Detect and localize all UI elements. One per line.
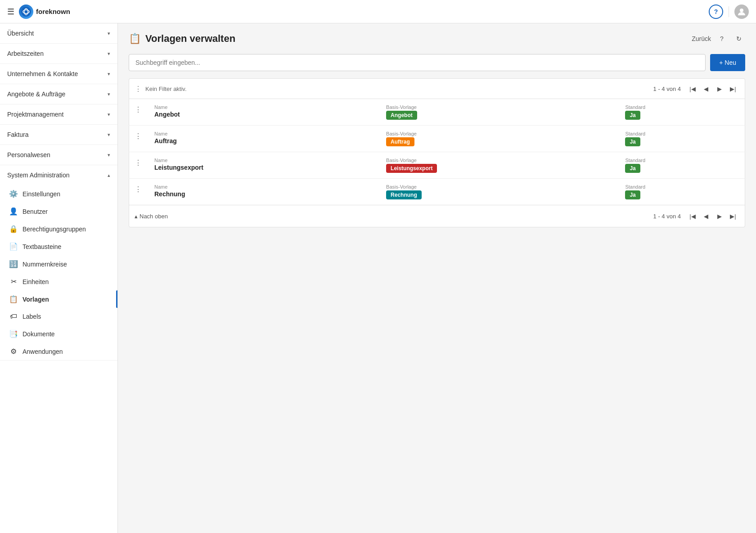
sidebar-section-header-ubersicht[interactable]: Übersicht ▾	[0, 23, 117, 43]
basisvorlage-cell-angebot: Basis-Vorlage Angebot	[379, 99, 618, 126]
help-icon-button[interactable]: ?	[709, 5, 723, 19]
sidebar-section-header-unternehmen[interactable]: Unternehmen & Kontakte ▾	[0, 64, 117, 84]
sidebar-section-label-faktura: Faktura	[7, 131, 28, 138]
sidebar-section-header-personalwesen[interactable]: Personalwesen ▾	[0, 145, 117, 165]
nav-left: ☰ foreknown	[7, 5, 70, 19]
sidebar-section-ubersicht: Übersicht ▾	[0, 23, 117, 44]
standard-cell-auftrag: Standard Ja	[618, 126, 745, 152]
sidebar-section-label-personalwesen: Personalwesen	[7, 151, 50, 158]
sidebar-item-labels[interactable]: 🏷 Labels	[0, 308, 117, 325]
hamburger-icon[interactable]: ☰	[7, 7, 14, 17]
label-icon: 🏷	[9, 312, 18, 321]
sidebar-item-dokumente[interactable]: 📑 Dokumente	[0, 325, 117, 343]
basisvorlage-label: Basis-Vorlage	[386, 158, 611, 163]
basisvorlage-badge-auftrag: Auftrag	[386, 137, 414, 146]
page-prev-button[interactable]: ◀	[700, 82, 712, 95]
table-row: ⋮ Name Leistungsexport Basis-Vorlage Lei…	[129, 152, 745, 179]
basisvorlage-cell-leistungsexport: Basis-Vorlage Leistungsexport	[379, 152, 618, 179]
standard-badge-rechnung: Ja	[625, 190, 640, 199]
page-last-button-bottom[interactable]: ▶|	[727, 210, 739, 222]
name-value-angebot: Angebot	[154, 111, 372, 118]
sidebar-section-label-unternehmen: Unternehmen & Kontakte	[7, 70, 78, 77]
sidebar-item-vorlagen[interactable]: 📋 Vorlagen	[0, 290, 117, 308]
page-next-button[interactable]: ▶	[713, 82, 726, 95]
row-menu-button[interactable]: ⋮	[133, 131, 144, 141]
back-to-top-button[interactable]: ▴ Nach oben	[135, 213, 168, 220]
basisvorlage-label: Basis-Vorlage	[386, 104, 611, 110]
top-navigation: ☰ foreknown ?	[0, 0, 756, 23]
sidebar-section-header-systemadmin[interactable]: System Administration ▴	[0, 165, 117, 185]
row-menu-button[interactable]: ⋮	[133, 184, 144, 194]
name-cell-auftrag: Name Auftrag	[147, 126, 379, 152]
chevron-down-icon: ▾	[108, 132, 110, 138]
new-button[interactable]: + Neu	[710, 54, 745, 71]
page-prev-button-bottom[interactable]: ◀	[700, 210, 712, 222]
standard-badge-auftrag: Ja	[625, 137, 640, 146]
page-first-button[interactable]: |◀	[686, 82, 699, 95]
clipboard-icon: 📋	[9, 295, 18, 303]
basisvorlage-label: Basis-Vorlage	[386, 131, 611, 136]
sidebar-item-label-labels: Labels	[22, 313, 110, 320]
row-menu-button[interactable]: ⋮	[133, 158, 144, 168]
user-avatar-button[interactable]	[734, 5, 749, 19]
sidebar-item-nummernkreise[interactable]: 🔢 Nummernkreise	[0, 255, 117, 273]
chevron-down-icon: ▾	[108, 112, 110, 117]
chevron-up-icon: ▴	[108, 172, 110, 178]
page-next-button-bottom[interactable]: ▶	[713, 210, 726, 222]
nav-right: ?	[709, 5, 749, 19]
sidebar-section-label-ubersicht: Übersicht	[7, 30, 34, 37]
sidebar-item-benutzer[interactable]: 👤 Benutzer	[0, 203, 117, 220]
standard-label: Standard	[625, 104, 738, 110]
sidebar: Übersicht ▾ Arbeitszeiten ▾ Unternehmen …	[0, 23, 118, 533]
sidebar-item-einheiten[interactable]: ✂ Einheiten	[0, 273, 117, 290]
help-button[interactable]: ?	[716, 32, 728, 45]
standard-label: Standard	[625, 131, 738, 136]
sidebar-section-header-projektmanagement[interactable]: Projektmanagement ▾	[0, 104, 117, 124]
chevron-down-icon: ▾	[108, 152, 110, 158]
app-body: Übersicht ▾ Arbeitszeiten ▾ Unternehmen …	[0, 23, 756, 533]
tools-icon: ✂	[9, 277, 18, 286]
sidebar-item-anwendungen[interactable]: ⚙ Anwendungen	[0, 343, 117, 360]
sidebar-item-label-anwendungen: Anwendungen	[22, 348, 110, 355]
refresh-icon: ↻	[736, 35, 742, 42]
main-content: 📋 Vorlagen verwalten Zurück ? ↻ + Neu ⋮	[118, 23, 756, 533]
user-icon: 👤	[9, 207, 18, 216]
name-cell-rechnung: Name Rechnung	[147, 179, 379, 205]
sidebar-section-label-systemadmin: System Administration	[7, 172, 70, 179]
refresh-button[interactable]: ↻	[733, 32, 745, 45]
basisvorlage-label: Basis-Vorlage	[386, 184, 611, 190]
row-menu-button[interactable]: ⋮	[133, 104, 144, 115]
sidebar-section-header-arbeitszeiten[interactable]: Arbeitszeiten ▾	[0, 44, 117, 63]
back-link[interactable]: Zurück	[692, 35, 711, 42]
sidebar-section-header-angebote[interactable]: Angebote & Aufträge ▾	[0, 84, 117, 104]
search-input[interactable]	[129, 54, 706, 71]
standard-label: Standard	[625, 158, 738, 163]
basisvorlage-cell-auftrag: Basis-Vorlage Auftrag	[379, 126, 618, 152]
sidebar-item-textbausteine[interactable]: 📄 Textbausteine	[0, 238, 117, 255]
table-row: ⋮ Name Auftrag Basis-Vorlage Auftrag Sta…	[129, 126, 745, 152]
pagination-bottom: 1 - 4 von 4 |◀ ◀ ▶ ▶|	[653, 210, 739, 222]
question-circle-icon: ?	[720, 35, 724, 42]
pagination-top: 1 - 4 von 4 |◀ ◀ ▶ ▶|	[653, 82, 739, 95]
chevron-down-icon: ▾	[108, 31, 110, 36]
app-icon: ⚙	[9, 347, 18, 356]
page-first-button-bottom[interactable]: |◀	[686, 210, 699, 222]
brand-logo[interactable]: foreknown	[19, 5, 70, 19]
nav-divider	[729, 6, 729, 17]
gear-icon: ⚙️	[9, 190, 18, 198]
document-icon: 📄	[9, 242, 18, 251]
sidebar-item-berechtigungsgruppen[interactable]: 🔒 Berechtigungsgruppen	[0, 220, 117, 238]
chevron-down-icon: ▾	[108, 91, 110, 97]
filter-dots-icon[interactable]: ⋮	[135, 85, 142, 93]
standard-badge-angebot: Ja	[625, 111, 640, 120]
page-clipboard-icon: 📋	[129, 33, 141, 45]
page-last-button[interactable]: ▶|	[727, 82, 739, 95]
sidebar-item-label-benutzer: Benutzer	[22, 208, 110, 215]
sidebar-section-header-faktura[interactable]: Faktura ▾	[0, 125, 117, 145]
name-value-rechnung: Rechnung	[154, 190, 372, 198]
back-to-top-label: Nach oben	[140, 213, 168, 220]
row-menu-cell: ⋮	[129, 179, 148, 205]
sidebar-item-einstellungen[interactable]: ⚙️ Einstellungen	[0, 185, 117, 203]
name-label: Name	[154, 158, 372, 163]
name-cell-angebot: Name Angebot	[147, 99, 379, 126]
